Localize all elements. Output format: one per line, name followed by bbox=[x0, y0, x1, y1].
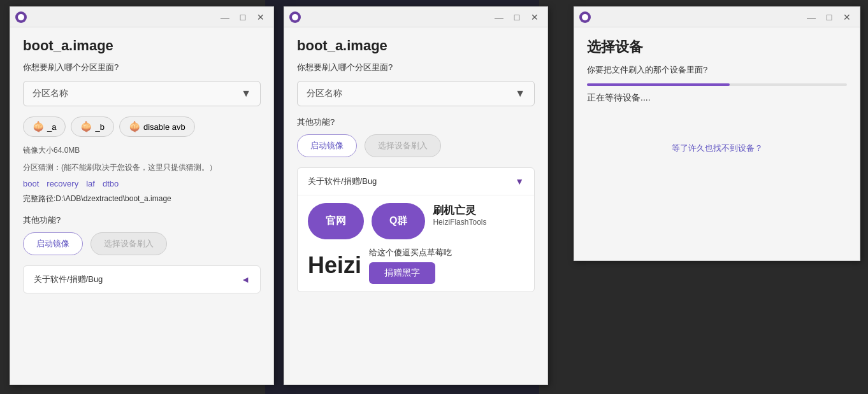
window1-file-title: boot_a.image bbox=[23, 38, 261, 54]
window3-title-left bbox=[579, 11, 591, 23]
window1-action-row: 启动镜像 选择设备刷入 bbox=[23, 232, 261, 255]
window2-minimize-button[interactable]: — bbox=[491, 10, 507, 25]
window2-donate-button[interactable]: 捐赠黑字 bbox=[369, 262, 435, 284]
window3-no-device-area: 等了许久也找不到设备？ bbox=[587, 142, 847, 154]
window1-collapsible-header[interactable]: 关于软件/捐赠/Bug ◄ bbox=[24, 266, 260, 293]
window2-qq-group-button[interactable]: Q群 bbox=[372, 203, 425, 239]
window2-title-left bbox=[289, 11, 301, 23]
window3: — □ ✕ 选择设备 你要把文件刷入的那个设备里面? 正在等待设备.... 等了… bbox=[574, 6, 860, 261]
window2-heizi-text: Heizi bbox=[308, 252, 361, 279]
window1-flash-device-button: 选择设备刷入 bbox=[90, 232, 167, 255]
window1-partition-dropdown[interactable]: 分区名称 ▼ bbox=[23, 81, 261, 106]
window1-about-label: 关于软件/捐赠/Bug bbox=[34, 274, 103, 285]
window1-path: 完整路径:D:\ADB\dzextracted\boot_a.image bbox=[23, 193, 261, 204]
partition-b-label: _b bbox=[95, 122, 104, 132]
window2-dropdown-arrow: ▼ bbox=[515, 88, 525, 99]
window3-progress-container bbox=[587, 83, 847, 86]
window1-subtitle: 你想要刷入哪个分区里面? bbox=[23, 62, 261, 73]
window2-brand-subtitle: HeiziFlashTools bbox=[433, 218, 486, 227]
window2-about-label: 关于软件/捐赠/Bug bbox=[308, 176, 377, 187]
window2-brand-title: 刷机亡灵 bbox=[433, 203, 486, 218]
window1-collapsible-arrow: ◄ bbox=[241, 274, 250, 285]
window1-partition-b-button[interactable]: 🧅 _b bbox=[71, 116, 113, 137]
window2-close-button[interactable]: ✕ bbox=[527, 10, 542, 25]
partition-a-label: _a bbox=[47, 122, 56, 132]
window1-partition-buttons: 🧅 _a 🧅 _b 🧅 disable avb bbox=[23, 116, 261, 137]
partition-b-emoji: 🧅 bbox=[80, 121, 92, 132]
window2-maximize-button[interactable]: □ bbox=[509, 10, 524, 25]
window3-titlebar: — □ ✕ bbox=[574, 7, 860, 27]
window2: — □ ✕ boot_a.image 你想要刷入哪个分区里面? 分区名称 ▼ 其… bbox=[284, 6, 548, 385]
window2-subtitle: 你想要刷入哪个分区里面? bbox=[297, 62, 535, 73]
window1-info2: 分区猜测：(能不能刷取决于您设备，这里只提供猜测。） bbox=[23, 162, 261, 174]
window2-collapsible: 关于软件/捐赠/Bug ▼ 官网 Q群 刷机亡灵 HeiziFlashTools… bbox=[297, 167, 535, 292]
window1-tag-recovery[interactable]: recovery bbox=[47, 179, 78, 188]
window2-file-title: boot_a.image bbox=[297, 38, 535, 54]
app-icon-3 bbox=[579, 11, 591, 23]
window3-title: 选择设备 bbox=[587, 38, 847, 57]
window1-maximize-button[interactable]: □ bbox=[235, 10, 250, 25]
window1-dropdown-text: 分区名称 bbox=[33, 88, 68, 99]
svg-point-2 bbox=[582, 14, 588, 20]
window2-controls: — □ ✕ bbox=[491, 10, 542, 25]
window1-disable-avb-button[interactable]: 🧅 disable avb bbox=[119, 116, 195, 137]
svg-point-0 bbox=[18, 14, 24, 20]
window2-content: boot_a.image 你想要刷入哪个分区里面? 分区名称 ▼ 其他功能? 启… bbox=[284, 27, 547, 384]
disable-avb-emoji: 🧅 bbox=[129, 121, 141, 132]
window2-titlebar: — □ ✕ bbox=[284, 7, 547, 27]
window2-collapsible-header[interactable]: 关于软件/捐赠/Bug ▼ bbox=[298, 168, 534, 195]
window3-subtitle: 你要把文件刷入的那个设备里面? bbox=[587, 64, 847, 76]
window3-controls: — □ ✕ bbox=[804, 10, 855, 25]
disable-avb-label: disable avb bbox=[143, 122, 185, 132]
svg-point-1 bbox=[292, 14, 298, 20]
window1-title-left bbox=[15, 11, 27, 23]
window1-content: boot_a.image 你想要刷入哪个分区里面? 分区名称 ▼ 🧅 _a 🧅 … bbox=[10, 27, 273, 384]
window1-other-label: 其他功能? bbox=[23, 215, 261, 226]
window2-other-label: 其他功能? bbox=[297, 116, 535, 128]
app-icon-2 bbox=[289, 11, 301, 23]
window1-close-button[interactable]: ✕ bbox=[253, 10, 268, 25]
window3-minimize-button[interactable]: — bbox=[804, 10, 819, 25]
app-icon-1 bbox=[15, 11, 27, 23]
window2-collapsible-arrow: ▼ bbox=[515, 176, 524, 186]
window3-maximize-button[interactable]: □ bbox=[821, 10, 837, 25]
window2-donate-label: 给这个傻逼买点草莓吃 bbox=[369, 247, 452, 258]
window3-waiting-text: 正在等待设备.... bbox=[587, 92, 847, 104]
window1-tag-boot[interactable]: boot bbox=[23, 179, 39, 188]
window1-collapsible: 关于软件/捐赠/Bug ◄ bbox=[23, 265, 261, 293]
window1-titlebar: — □ ✕ bbox=[10, 7, 273, 27]
window2-action-row: 启动镜像 选择设备刷入 bbox=[297, 134, 535, 157]
window2-about-section: 官网 Q群 刷机亡灵 HeiziFlashTools bbox=[308, 203, 524, 239]
window2-heizi-section: Heizi 给这个傻逼买点草莓吃 捐赠黑字 bbox=[308, 247, 524, 284]
window3-content: 选择设备 你要把文件刷入的那个设备里面? 正在等待设备.... 等了许久也找不到… bbox=[574, 27, 860, 260]
window3-close-button[interactable]: ✕ bbox=[839, 10, 855, 25]
window2-donate-area: 给这个傻逼买点草莓吃 捐赠黑字 bbox=[369, 247, 452, 284]
window2-dropdown-text: 分区名称 bbox=[307, 88, 342, 99]
window1-dropdown-arrow: ▼ bbox=[241, 88, 251, 99]
window1-controls: — □ ✕ bbox=[217, 10, 268, 25]
window2-start-mirror-button[interactable]: 启动镜像 bbox=[297, 134, 357, 157]
window3-no-device-link[interactable]: 等了许久也找不到设备？ bbox=[672, 143, 763, 153]
window1-minimize-button[interactable]: — bbox=[217, 10, 233, 25]
window1-tag-laf[interactable]: laf bbox=[86, 179, 95, 188]
window1-info1: 镜像大小64.0MB bbox=[23, 144, 261, 157]
window1-partition-tags: boot recovery laf dtbo bbox=[23, 179, 261, 188]
window2-brand-info: 刷机亡灵 HeiziFlashTools bbox=[433, 203, 486, 227]
window3-progress-fill bbox=[587, 83, 730, 86]
window2-partition-dropdown[interactable]: 分区名称 ▼ bbox=[297, 81, 535, 106]
window1-partition-a-button[interactable]: 🧅 _a bbox=[23, 116, 66, 137]
window1: — □ ✕ boot_a.image 你想要刷入哪个分区里面? 分区名称 ▼ 🧅… bbox=[10, 6, 274, 385]
window2-collapsible-body: 官网 Q群 刷机亡灵 HeiziFlashTools Heizi 给这个傻逼买点… bbox=[298, 195, 534, 292]
partition-a-emoji: 🧅 bbox=[33, 121, 45, 132]
window2-flash-device-button: 选择设备刷入 bbox=[365, 134, 441, 157]
window1-tag-dtbo[interactable]: dtbo bbox=[103, 179, 119, 188]
window1-start-mirror-button[interactable]: 启动镜像 bbox=[23, 232, 83, 255]
window2-official-site-button[interactable]: 官网 bbox=[308, 203, 364, 239]
